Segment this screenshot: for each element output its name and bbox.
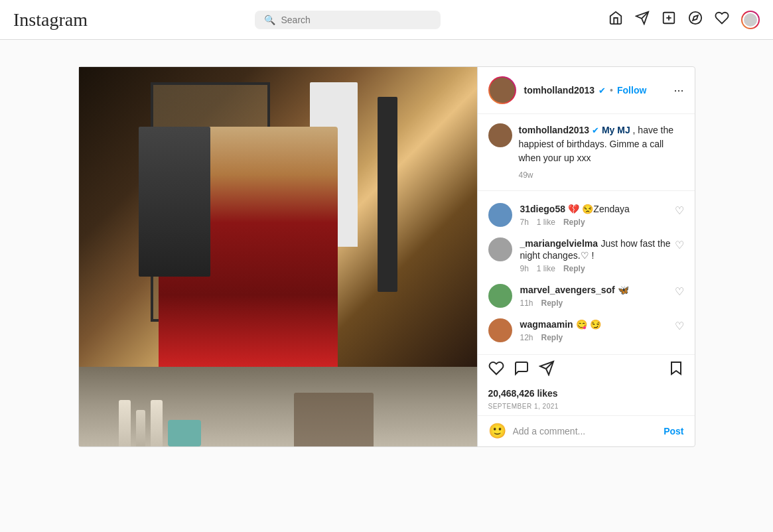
svg-point-5 <box>689 11 701 23</box>
caption-verified: ✔ <box>592 125 599 135</box>
container <box>168 420 201 446</box>
comment-meta-3: 11h Reply <box>520 299 684 308</box>
comment-item: _mariangelvielma Just how fast the night… <box>478 232 695 279</box>
separator-dot: • <box>610 85 613 96</box>
post-photo <box>79 67 477 446</box>
commenter-username-4[interactable]: wagmaamin <box>520 319 573 330</box>
caption-text: tomholland2013 ✔ My MJ , have the happie… <box>519 123 684 181</box>
comment-likes-2: 1 like <box>537 264 555 273</box>
caption-avatar <box>488 123 512 147</box>
comment-meta-4: 12h Reply <box>520 333 684 342</box>
comment-body-1: 31diego58 💔 😒Zendaya 7h 1 like Reply <box>520 203 684 227</box>
comment-like-icon-3[interactable]: ♡ <box>675 285 684 298</box>
save-button[interactable] <box>668 360 684 380</box>
post-caption: tomholland2013 ✔ My MJ , have the happie… <box>478 114 695 191</box>
commenter-avatar-3 <box>488 284 512 308</box>
comment-meta-2: 9h 1 like Reply <box>520 264 684 273</box>
poster-avatar[interactable] <box>488 76 516 104</box>
caption-time: 49w <box>519 169 684 181</box>
caption-highlight: My MJ <box>602 125 630 135</box>
bottle-1 <box>119 400 131 446</box>
comment-time-1: 7h <box>520 218 529 227</box>
more-options-button[interactable]: ··· <box>673 84 683 98</box>
post-right-panel: tomholland2013 ✔ • Follow ··· tomholland… <box>477 67 695 446</box>
comment-button[interactable] <box>514 360 529 380</box>
comment-reply-btn-3[interactable]: Reply <box>541 299 563 308</box>
commenter-username-3[interactable]: marvel_avengers_sof <box>520 285 615 295</box>
comment-reply-btn-2[interactable]: Reply <box>563 264 585 273</box>
share-button[interactable] <box>539 360 555 380</box>
emoji-button[interactable]: 🙂 <box>488 423 506 440</box>
comment-text-3: 🦋 <box>618 285 629 295</box>
comment-meta-1: 7h 1 like Reply <box>520 218 684 227</box>
commenter-avatar-1 <box>488 203 512 227</box>
post-comment-button[interactable]: Post <box>664 426 683 436</box>
comment-time-3: 11h <box>520 299 533 308</box>
header: Instagram 🔍 <box>0 0 773 40</box>
user-avatar-nav[interactable] <box>741 11 760 29</box>
svg-marker-9 <box>671 362 681 374</box>
commenter-username-1[interactable]: 31diego58 <box>520 204 565 214</box>
bottle-3 <box>151 400 163 446</box>
comment-time-2: 9h <box>520 264 529 273</box>
search-bar: 🔍 <box>255 11 441 29</box>
add-comment-bar: 🙂 Post <box>478 415 695 446</box>
send-icon[interactable] <box>635 11 650 29</box>
poster-username[interactable]: tomholland2013 <box>524 85 595 96</box>
comment-reply-btn-1[interactable]: Reply <box>563 218 585 227</box>
post-header-info: tomholland2013 ✔ • Follow <box>524 85 666 96</box>
comment-item: wagmaamin 😋 😏 12h Reply ♡ <box>478 313 695 348</box>
post-image-section <box>79 67 477 446</box>
comments-section: 31diego58 💔 😒Zendaya 7h 1 like Reply ♡ <box>478 191 695 354</box>
likes-count: 20,468,426 likes <box>478 385 695 401</box>
comment-reply-btn-4[interactable]: Reply <box>541 333 563 342</box>
comment-item: 31diego58 💔 😒Zendaya 7h 1 like Reply ♡ <box>478 198 695 232</box>
comment-like-icon-4[interactable]: ♡ <box>675 320 684 332</box>
comment-likes-1: 1 like <box>537 218 555 227</box>
photo-top <box>79 67 477 367</box>
person-figure <box>159 127 338 367</box>
post-container: tomholland2013 ✔ • Follow ··· tomholland… <box>78 66 695 447</box>
bottle-2 <box>136 410 145 446</box>
commenter-username-2[interactable]: _mariangelvielma <box>520 238 598 249</box>
person-reflection <box>294 393 374 446</box>
action-icons-row <box>488 360 684 380</box>
post-actions <box>478 354 695 385</box>
caption-username[interactable]: tomholland2013 <box>519 125 590 135</box>
comment-item: marvel_avengers_sof 🦋 11h Reply ♡ <box>478 279 695 313</box>
comment-text-1: 💔 😒Zendaya <box>568 204 629 214</box>
post-header: tomholland2013 ✔ • Follow ··· <box>478 67 695 114</box>
search-icon: 🔍 <box>264 15 275 25</box>
home-icon[interactable] <box>608 11 623 29</box>
comment-like-icon-2[interactable]: ♡ <box>675 239 684 251</box>
like-button[interactable] <box>488 360 504 380</box>
comment-time-4: 12h <box>520 333 533 342</box>
bathroom-items <box>119 375 437 446</box>
heart-icon[interactable] <box>715 11 729 29</box>
commenter-avatar-2 <box>488 237 512 261</box>
add-post-icon[interactable] <box>662 11 676 29</box>
verified-badge: ✔ <box>598 86 606 96</box>
comment-body-2: _mariangelvielma Just how fast the night… <box>520 237 684 273</box>
nav-icons <box>608 11 760 29</box>
caption-row: tomholland2013 ✔ My MJ , have the happie… <box>488 123 684 181</box>
add-comment-input[interactable] <box>513 426 658 436</box>
commenter-avatar-4 <box>488 318 512 342</box>
comment-body-3: marvel_avengers_sof 🦋 11h Reply <box>520 284 684 308</box>
comment-body-4: wagmaamin 😋 😏 12h Reply <box>520 318 684 342</box>
post-date: SEPTEMBER 1, 2021 <box>478 401 695 415</box>
instagram-logo: Instagram <box>13 9 88 31</box>
main-content: tomholland2013 ✔ • Follow ··· tomholland… <box>0 40 773 474</box>
search-input[interactable] <box>281 15 431 25</box>
follow-button[interactable]: Follow <box>617 85 646 96</box>
comment-like-icon-1[interactable]: ♡ <box>675 204 684 217</box>
photo-bottom <box>79 367 477 446</box>
comment-text-4: 😋 😏 <box>576 319 601 330</box>
svg-marker-6 <box>693 15 698 21</box>
compass-icon[interactable] <box>688 11 703 29</box>
